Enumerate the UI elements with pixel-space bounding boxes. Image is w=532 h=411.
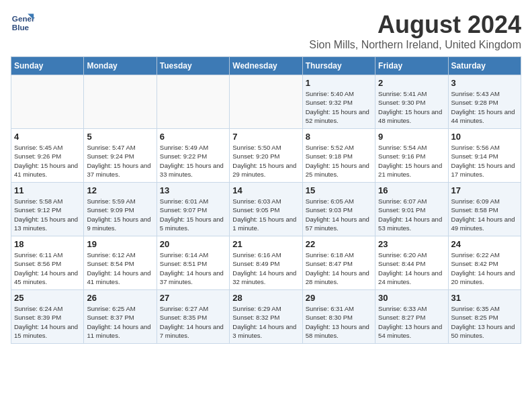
day-number: 2	[378, 78, 445, 88]
calendar-cell: 3Sunrise: 5:43 AM Sunset: 9:28 PM Daylig…	[448, 75, 521, 129]
day-number: 27	[160, 293, 226, 303]
calendar-cell: 5Sunrise: 5:47 AM Sunset: 9:24 PM Daylig…	[84, 129, 157, 183]
day-info: Sunrise: 6:18 AM Sunset: 8:47 PM Dayligh…	[306, 250, 372, 286]
day-info: Sunrise: 5:45 AM Sunset: 9:26 PM Dayligh…	[14, 143, 81, 179]
day-info: Sunrise: 6:03 AM Sunset: 9:05 PM Dayligh…	[232, 197, 299, 232]
day-number: 17	[451, 185, 518, 195]
day-info: Sunrise: 6:31 AM Sunset: 8:30 PM Dayligh…	[306, 304, 372, 340]
day-number: 21	[232, 239, 299, 249]
calendar-cell: 2Sunrise: 5:41 AM Sunset: 9:30 PM Daylig…	[375, 75, 448, 129]
logo: General Blue	[11, 11, 35, 35]
calendar-cell: 4Sunrise: 5:45 AM Sunset: 9:26 PM Daylig…	[11, 129, 84, 183]
day-number: 10	[451, 132, 518, 142]
calendar-cell: 18Sunrise: 6:11 AM Sunset: 8:56 PM Dayli…	[11, 236, 84, 290]
calendar-cell: 15Sunrise: 6:05 AM Sunset: 9:03 PM Dayli…	[302, 183, 375, 236]
calendar-cell: 21Sunrise: 6:16 AM Sunset: 8:49 PM Dayli…	[230, 236, 302, 290]
day-of-week-header: Sunday	[11, 57, 84, 75]
day-of-week-header: Thursday	[302, 57, 375, 75]
calendar-cell: 10Sunrise: 5:56 AM Sunset: 9:14 PM Dayli…	[448, 129, 521, 183]
day-info: Sunrise: 6:33 AM Sunset: 8:27 PM Dayligh…	[378, 304, 445, 340]
day-of-week-header: Friday	[375, 57, 448, 75]
day-number: 22	[306, 239, 372, 249]
day-number: 11	[14, 185, 81, 195]
day-of-week-header: Monday	[84, 57, 157, 75]
day-number: 14	[232, 185, 299, 195]
day-number: 6	[160, 132, 226, 142]
calendar-cell: 26Sunrise: 6:25 AM Sunset: 8:37 PM Dayli…	[84, 290, 157, 344]
day-number: 20	[160, 239, 226, 249]
calendar-cell: 7Sunrise: 5:50 AM Sunset: 9:20 PM Daylig…	[230, 129, 302, 183]
day-number: 24	[451, 239, 518, 249]
day-number: 12	[87, 185, 153, 195]
calendar-cell: 25Sunrise: 6:24 AM Sunset: 8:39 PM Dayli…	[11, 290, 84, 344]
calendar-cell	[84, 75, 157, 129]
calendar-week-row: 25Sunrise: 6:24 AM Sunset: 8:39 PM Dayli…	[11, 290, 521, 344]
day-number: 8	[306, 132, 372, 142]
day-of-week-header: Tuesday	[157, 57, 229, 75]
day-info: Sunrise: 6:12 AM Sunset: 8:54 PM Dayligh…	[87, 250, 153, 286]
day-info: Sunrise: 6:20 AM Sunset: 8:44 PM Dayligh…	[378, 250, 445, 286]
calendar-cell: 23Sunrise: 6:20 AM Sunset: 8:44 PM Dayli…	[375, 236, 448, 290]
day-info: Sunrise: 6:25 AM Sunset: 8:37 PM Dayligh…	[87, 304, 153, 340]
day-of-week-header: Saturday	[448, 57, 521, 75]
calendar-cell: 8Sunrise: 5:52 AM Sunset: 9:18 PM Daylig…	[302, 129, 375, 183]
day-number: 31	[451, 293, 518, 303]
day-number: 25	[14, 293, 81, 303]
calendar-cell: 16Sunrise: 6:07 AM Sunset: 9:01 PM Dayli…	[375, 183, 448, 236]
day-number: 19	[87, 239, 153, 249]
day-number: 30	[378, 293, 445, 303]
day-number: 28	[232, 293, 299, 303]
calendar-table: SundayMondayTuesdayWednesdayThursdayFrid…	[11, 56, 521, 344]
calendar-cell: 12Sunrise: 5:59 AM Sunset: 9:09 PM Dayli…	[84, 183, 157, 236]
day-info: Sunrise: 6:16 AM Sunset: 8:49 PM Dayligh…	[232, 250, 299, 286]
day-info: Sunrise: 5:40 AM Sunset: 9:32 PM Dayligh…	[306, 89, 372, 125]
day-info: Sunrise: 6:07 AM Sunset: 9:01 PM Dayligh…	[378, 197, 445, 232]
day-number: 3	[451, 78, 518, 88]
subtitle: Sion Mills, Northern Ireland, United Kin…	[309, 39, 521, 51]
day-info: Sunrise: 6:29 AM Sunset: 8:32 PM Dayligh…	[232, 304, 299, 340]
day-info: Sunrise: 5:50 AM Sunset: 9:20 PM Dayligh…	[232, 143, 299, 179]
day-info: Sunrise: 5:47 AM Sunset: 9:24 PM Dayligh…	[87, 143, 153, 179]
day-info: Sunrise: 5:59 AM Sunset: 9:09 PM Dayligh…	[87, 197, 153, 232]
svg-text:Blue: Blue	[12, 23, 30, 32]
day-number: 5	[87, 132, 153, 142]
day-info: Sunrise: 6:14 AM Sunset: 8:51 PM Dayligh…	[160, 250, 226, 286]
calendar-cell	[230, 75, 302, 129]
day-info: Sunrise: 5:41 AM Sunset: 9:30 PM Dayligh…	[378, 89, 445, 125]
calendar-week-row: 4Sunrise: 5:45 AM Sunset: 9:26 PM Daylig…	[11, 129, 521, 183]
header: General Blue August 2024 Sion Mills, Nor…	[11, 11, 521, 51]
day-number: 9	[378, 132, 445, 142]
day-info: Sunrise: 5:58 AM Sunset: 9:12 PM Dayligh…	[14, 197, 81, 232]
day-info: Sunrise: 6:01 AM Sunset: 9:07 PM Dayligh…	[160, 197, 226, 232]
calendar-cell: 27Sunrise: 6:27 AM Sunset: 8:35 PM Dayli…	[157, 290, 229, 344]
calendar-cell: 14Sunrise: 6:03 AM Sunset: 9:05 PM Dayli…	[230, 183, 302, 236]
day-info: Sunrise: 6:22 AM Sunset: 8:42 PM Dayligh…	[451, 250, 518, 286]
day-info: Sunrise: 5:43 AM Sunset: 9:28 PM Dayligh…	[451, 89, 518, 125]
calendar-cell	[157, 75, 229, 129]
day-number: 26	[87, 293, 153, 303]
day-number: 15	[306, 185, 372, 195]
calendar-cell: 22Sunrise: 6:18 AM Sunset: 8:47 PM Dayli…	[302, 236, 375, 290]
day-number: 18	[14, 239, 81, 249]
calendar-cell: 17Sunrise: 6:09 AM Sunset: 8:58 PM Dayli…	[448, 183, 521, 236]
day-number: 13	[160, 185, 226, 195]
day-info: Sunrise: 5:56 AM Sunset: 9:14 PM Dayligh…	[451, 143, 518, 179]
day-info: Sunrise: 6:35 AM Sunset: 8:25 PM Dayligh…	[451, 304, 518, 340]
calendar-cell: 13Sunrise: 6:01 AM Sunset: 9:07 PM Dayli…	[157, 183, 229, 236]
day-info: Sunrise: 6:09 AM Sunset: 8:58 PM Dayligh…	[451, 197, 518, 232]
main-title: August 2024	[309, 11, 521, 39]
day-number: 7	[232, 132, 299, 142]
day-info: Sunrise: 6:27 AM Sunset: 8:35 PM Dayligh…	[160, 304, 226, 340]
calendar-header-row: SundayMondayTuesdayWednesdayThursdayFrid…	[11, 57, 521, 75]
day-info: Sunrise: 6:05 AM Sunset: 9:03 PM Dayligh…	[306, 197, 372, 232]
day-info: Sunrise: 5:54 AM Sunset: 9:16 PM Dayligh…	[378, 143, 445, 179]
calendar-cell: 1Sunrise: 5:40 AM Sunset: 9:32 PM Daylig…	[302, 75, 375, 129]
calendar-cell: 24Sunrise: 6:22 AM Sunset: 8:42 PM Dayli…	[448, 236, 521, 290]
calendar-week-row: 1Sunrise: 5:40 AM Sunset: 9:32 PM Daylig…	[11, 75, 521, 129]
calendar-cell: 6Sunrise: 5:49 AM Sunset: 9:22 PM Daylig…	[157, 129, 229, 183]
title-area: August 2024 Sion Mills, Northern Ireland…	[309, 11, 521, 51]
calendar-cell: 28Sunrise: 6:29 AM Sunset: 8:32 PM Dayli…	[230, 290, 302, 344]
calendar-week-row: 18Sunrise: 6:11 AM Sunset: 8:56 PM Dayli…	[11, 236, 521, 290]
logo-icon: General Blue	[11, 11, 35, 35]
calendar-cell: 30Sunrise: 6:33 AM Sunset: 8:27 PM Dayli…	[375, 290, 448, 344]
